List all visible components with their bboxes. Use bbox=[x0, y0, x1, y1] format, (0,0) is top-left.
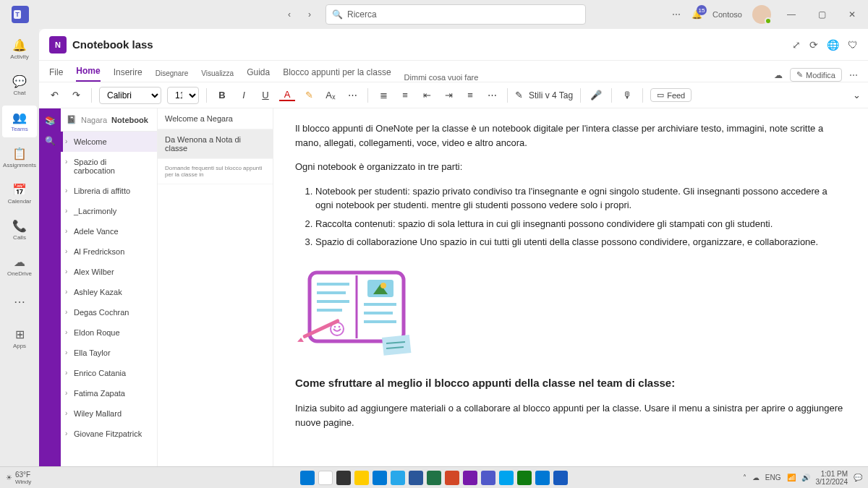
section-item[interactable]: Al Fredrickson bbox=[61, 241, 157, 262]
section-item[interactable]: Spazio di carbocation bbox=[61, 152, 157, 181]
weather-widget[interactable]: ☀ 63°F Windy bbox=[6, 471, 31, 485]
fontsize-select[interactable]: 11 bbox=[167, 87, 199, 104]
section-item[interactable]: _Lacrimonly bbox=[61, 201, 157, 221]
tab-file[interactable]: File bbox=[49, 67, 63, 82]
edit-mode-button[interactable]: ✎Modifica bbox=[790, 68, 842, 82]
app-icon[interactable] bbox=[553, 471, 568, 485]
redo-button[interactable]: ↷ bbox=[68, 90, 84, 100]
start-icon[interactable] bbox=[300, 471, 315, 485]
rail-teams[interactable]: 👥Teams bbox=[2, 106, 37, 137]
tab-insert[interactable]: Inserire bbox=[114, 67, 142, 82]
highlight-button[interactable]: ✎ bbox=[301, 90, 317, 100]
page-content[interactable]: Il blocco appunti di OneNote per la clas… bbox=[273, 108, 868, 474]
page-item-selected[interactable]: Da Wenona a Nota di classe bbox=[158, 129, 273, 159]
tab-home[interactable]: Home bbox=[76, 66, 100, 82]
explorer-icon[interactable] bbox=[354, 471, 369, 485]
app-icon[interactable] bbox=[499, 471, 514, 485]
tab-help[interactable]: Guida bbox=[247, 67, 270, 82]
mic-button[interactable]: 🎙 bbox=[619, 90, 635, 100]
section-item[interactable]: Fatima Zapata bbox=[61, 383, 157, 403]
shield-icon[interactable]: 🛡 bbox=[848, 39, 858, 51]
more-menu[interactable]: ⋯ bbox=[672, 9, 681, 20]
excel-icon[interactable] bbox=[427, 471, 441, 485]
rail-more[interactable]: ⋯ bbox=[2, 286, 37, 318]
taskview-icon[interactable] bbox=[336, 471, 351, 485]
section-item[interactable]: Libreria di affitto bbox=[61, 181, 157, 201]
feed-button[interactable]: ▭Feed bbox=[650, 88, 692, 102]
minimize-button[interactable]: — bbox=[781, 9, 801, 20]
lang-indicator[interactable]: ENG bbox=[765, 474, 781, 481]
notifications-button[interactable]: 🔔 15 bbox=[692, 9, 702, 20]
underline-button[interactable]: U bbox=[258, 90, 273, 100]
teams-taskbar-icon[interactable] bbox=[481, 471, 495, 485]
onenote-icon[interactable] bbox=[463, 471, 477, 485]
tab-view[interactable]: Visualizza bbox=[201, 69, 234, 82]
rail-apps[interactable]: ⊞Apps bbox=[2, 322, 37, 354]
rail-calls[interactable]: 📞Calls bbox=[2, 214, 37, 246]
section-item[interactable]: Giovane Fitzpatrick bbox=[61, 424, 157, 444]
app-icon[interactable] bbox=[517, 471, 532, 485]
section-welcome[interactable]: Welcome bbox=[61, 132, 157, 152]
font-select[interactable]: Calibri bbox=[99, 87, 161, 104]
rail-assignments[interactable]: 📋Assignments bbox=[2, 142, 37, 174]
globe-icon[interactable]: 🌐 bbox=[827, 39, 839, 51]
fontcolor-button[interactable]: A bbox=[279, 89, 295, 101]
section-item[interactable]: Ashley Kazak bbox=[61, 282, 157, 302]
page-item[interactable]: Welcome a Negara bbox=[158, 108, 273, 129]
search-box[interactable]: 🔍 Ricerca bbox=[326, 4, 586, 25]
maximize-button[interactable]: ▢ bbox=[812, 9, 832, 20]
section-item[interactable]: Degas Cochran bbox=[61, 302, 157, 322]
page-item[interactable]: Domande frequenti sul blocco appunti per… bbox=[158, 159, 273, 184]
section-item[interactable]: Enrico Catania bbox=[61, 363, 157, 383]
section-item[interactable]: Ella Taylor bbox=[61, 343, 157, 363]
section-item[interactable]: Eldon Roque bbox=[61, 322, 157, 343]
notifications-tray-icon[interactable]: 💬 bbox=[854, 474, 862, 481]
tab-classnotebook[interactable]: Blocco appunti per la classe bbox=[283, 67, 391, 82]
outlook-icon[interactable] bbox=[391, 471, 405, 485]
rail-calendar[interactable]: 📅Calendar bbox=[2, 178, 37, 210]
bullets-button[interactable]: ≣ bbox=[375, 90, 391, 100]
notebooks-icon[interactable]: 📚 bbox=[45, 116, 56, 126]
rail-onedrive[interactable]: ☁OneDrive bbox=[2, 250, 37, 282]
network-icon[interactable]: 📶 bbox=[787, 474, 796, 481]
volume-icon[interactable]: 🔊 bbox=[801, 474, 810, 481]
toolbar-more2[interactable]: ⋯ bbox=[484, 90, 500, 100]
rail-chat[interactable]: 💬Chat bbox=[2, 69, 37, 101]
rail-activity[interactable]: 🔔Activity bbox=[2, 33, 37, 65]
dictate-button[interactable]: 🎤 bbox=[588, 90, 604, 100]
toolbar-collapse[interactable]: ⌄ bbox=[853, 90, 861, 100]
vscode-icon[interactable] bbox=[535, 471, 550, 485]
powerpoint-icon[interactable] bbox=[445, 471, 459, 485]
breadcrumb[interactable]: 📓 Nagara Notebook bbox=[61, 108, 157, 132]
align-button[interactable]: ≡ bbox=[462, 90, 478, 100]
ribbon-more[interactable]: ⋯ bbox=[849, 70, 858, 80]
back-button[interactable]: ‹ bbox=[281, 6, 298, 23]
tell-me[interactable]: Dimmi cosa vuoi fare bbox=[404, 73, 479, 82]
word-icon[interactable] bbox=[409, 471, 423, 485]
onedrive-tray-icon[interactable]: ☁ bbox=[752, 474, 760, 481]
toolbar-more1[interactable]: ⋯ bbox=[344, 90, 360, 100]
section-item[interactable]: Wiley Mallard bbox=[61, 403, 157, 424]
undo-button[interactable]: ↶ bbox=[46, 90, 62, 100]
cloud-sync-icon[interactable]: ☁ bbox=[774, 70, 783, 80]
clock-time[interactable]: 1:01 PM bbox=[816, 470, 848, 478]
search-pages-icon[interactable]: 🔍 bbox=[45, 136, 56, 146]
refresh-icon[interactable]: ⟳ bbox=[809, 39, 818, 51]
indent-button[interactable]: ⇥ bbox=[441, 90, 456, 100]
search-icon[interactable] bbox=[318, 471, 333, 485]
tab-draw[interactable]: Disegnare bbox=[156, 69, 189, 82]
forward-button[interactable]: › bbox=[301, 6, 318, 23]
clock-date[interactable]: 3/12/2024 bbox=[816, 478, 848, 486]
tray-chevron[interactable]: ˄ bbox=[743, 474, 746, 481]
clearformat-button[interactable]: Aᵪ bbox=[323, 90, 339, 100]
user-avatar[interactable] bbox=[752, 5, 771, 24]
popout-icon[interactable]: ⤢ bbox=[792, 39, 801, 51]
section-item[interactable]: Adele Vance bbox=[61, 221, 157, 241]
section-item[interactable]: Alex Wilber bbox=[61, 262, 157, 282]
numbering-button[interactable]: ≡ bbox=[397, 90, 413, 100]
italic-button[interactable]: I bbox=[236, 90, 252, 100]
styles-dropdown[interactable]: Stili v 4 Tag bbox=[529, 90, 573, 100]
bold-button[interactable]: B bbox=[214, 90, 230, 100]
close-button[interactable]: ✕ bbox=[842, 9, 862, 20]
outdent-button[interactable]: ⇤ bbox=[419, 90, 435, 100]
